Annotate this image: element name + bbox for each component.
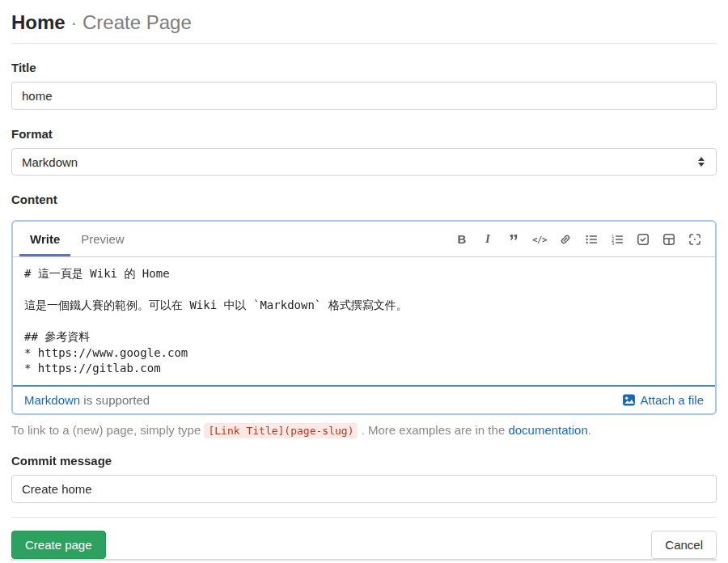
svg-text:3: 3: [612, 241, 614, 246]
table-icon[interactable]: [658, 229, 679, 250]
tab-preview[interactable]: Preview: [70, 222, 134, 256]
code-icon[interactable]: </>: [529, 229, 550, 250]
format-select-value: Markdown: [22, 155, 78, 169]
help-text: To link to a (new) page, simply type [Li…: [11, 423, 717, 437]
cancel-button[interactable]: Cancel: [651, 531, 717, 559]
task-list-icon[interactable]: [633, 229, 654, 250]
format-select[interactable]: Markdown: [11, 148, 717, 176]
link-syntax-code: [Link Title](page-slug): [204, 423, 358, 438]
header-divider: [11, 43, 717, 44]
commit-message-input[interactable]: [11, 475, 717, 503]
fullscreen-icon[interactable]: [684, 229, 705, 250]
page-title: Home · Create Page: [11, 0, 717, 36]
unordered-list-icon[interactable]: [581, 229, 602, 250]
create-wiki-page: Home · Create Page Title Format Markdown…: [0, 0, 728, 563]
content-label: Content: [11, 193, 717, 206]
content-textarea[interactable]: # 這一頁是 Wiki 的 Home 這是一個鐵人賽的範例。可以在 Wiki 中…: [13, 257, 715, 387]
create-page-button[interactable]: Create page: [11, 531, 106, 559]
help-text-mid: . More examples are in the: [358, 423, 508, 437]
tab-write[interactable]: Write: [19, 222, 70, 256]
attach-file-button[interactable]: Attach a file: [622, 393, 704, 407]
markdown-editor: Write Preview B I ” </>: [11, 220, 717, 415]
page-title-separator: ·: [70, 11, 77, 33]
page-title-subtitle: Create Page: [83, 11, 192, 33]
editor-header: Write Preview B I ” </>: [13, 222, 715, 257]
page-bottom-edge: [11, 559, 717, 561]
editor-footer: Markdown is supported Attach a file: [13, 387, 715, 413]
ordered-list-icon[interactable]: 123: [607, 229, 628, 250]
title-input[interactable]: [11, 82, 717, 110]
attach-file-label: Attach a file: [641, 393, 704, 407]
bold-icon[interactable]: B: [451, 229, 472, 250]
markdown-supported-note: Markdown is supported: [24, 393, 150, 407]
italic-icon[interactable]: I: [477, 229, 498, 250]
markdown-link[interactable]: Markdown: [24, 393, 80, 407]
commit-message-label: Commit message: [11, 454, 717, 468]
help-text-post: .: [588, 423, 591, 437]
format-label: Format: [11, 127, 717, 141]
documentation-link[interactable]: documentation: [508, 423, 587, 437]
select-arrows-icon: [698, 157, 706, 167]
link-icon[interactable]: [555, 229, 576, 250]
supported-text: is supported: [80, 393, 150, 407]
page-title-home: Home: [11, 11, 66, 33]
image-icon: [622, 393, 636, 407]
title-label: Title: [11, 61, 717, 74]
help-text-pre: To link to a (new) page, simply type: [11, 423, 204, 437]
editor-toolbar: B I ” </>: [451, 222, 709, 256]
quote-icon[interactable]: ”: [503, 229, 524, 250]
form-actions: Create page Cancel: [11, 518, 717, 559]
